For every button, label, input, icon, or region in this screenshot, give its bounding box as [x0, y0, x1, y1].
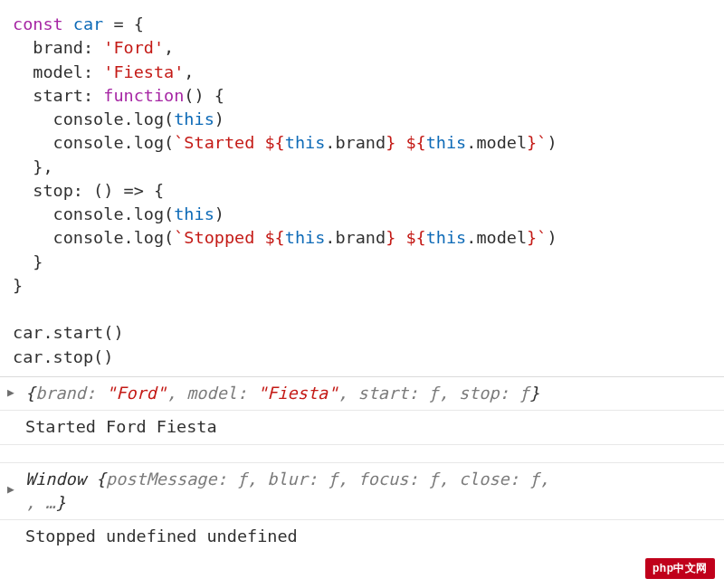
keyword-this: this — [174, 109, 214, 128]
template-text: Stopped — [184, 228, 264, 247]
colon: : — [83, 38, 103, 57]
close-paren: ) — [547, 133, 557, 152]
arrow-fn: () => { — [93, 181, 164, 200]
console-log: console.log( — [13, 204, 174, 223]
keyword-this: this — [285, 228, 326, 247]
backtick: ` — [537, 228, 547, 247]
expand-triangle-icon[interactable]: ▶ — [7, 481, 14, 498]
colon: : — [83, 86, 103, 105]
brace-close: } — [13, 157, 43, 176]
interp-open: ${ — [264, 133, 284, 152]
interp-open: ${ — [264, 228, 284, 247]
colon: : — [83, 62, 103, 81]
interp-close: } — [386, 228, 395, 247]
console-log: console.log( — [13, 133, 174, 152]
template-text: Started — [184, 133, 264, 152]
keyword-this: this — [426, 228, 467, 247]
console-row-blank — [0, 445, 724, 463]
prop-brand: brand — [13, 38, 83, 57]
interp-close: } — [527, 133, 537, 152]
brace-close: } — [13, 252, 43, 271]
string-fiesta: 'Fiesta' — [103, 62, 184, 81]
console-log: console.log( — [13, 109, 174, 128]
keyword-function: function — [103, 86, 184, 105]
console-output: ▶ {brand: "Ford", model: "Fiesta", start… — [0, 376, 724, 553]
close-paren: ) — [547, 228, 557, 247]
close-paren: ) — [214, 204, 224, 223]
console-row-log: Stopped undefined undefined — [0, 520, 724, 553]
comma: , — [184, 62, 194, 81]
console-row-window[interactable]: ▶ Window {postMessage: ƒ, blur: ƒ, focus… — [0, 463, 724, 521]
keyword-const: const — [13, 14, 63, 33]
comma: , — [164, 38, 174, 57]
expand-triangle-icon[interactable]: ▶ — [7, 384, 14, 401]
prop-start: start — [13, 86, 83, 105]
console-row-object[interactable]: ▶ {brand: "Ford", model: "Fiesta", start… — [0, 377, 724, 411]
prop-model: model — [13, 62, 83, 81]
console-row-log: Started Ford Fiesta — [0, 411, 724, 444]
prop-access: .brand — [325, 133, 386, 152]
prop-access: .model — [466, 133, 527, 152]
interp-close: } — [527, 228, 537, 247]
interp-open: ${ — [405, 228, 425, 247]
template-space — [395, 228, 405, 247]
keyword-this: this — [426, 133, 467, 152]
comma: , — [43, 157, 52, 176]
call-stop: car.stop() — [13, 347, 113, 366]
console-log: console.log( — [13, 228, 174, 247]
interp-open: ${ — [405, 133, 425, 152]
call-start: car.start() — [13, 323, 124, 342]
brace-open: { — [134, 14, 144, 33]
prop-access: .model — [466, 228, 527, 247]
equals: = — [103, 14, 133, 33]
backtick: ` — [537, 133, 547, 152]
log-text: Started Ford Fiesta — [25, 417, 217, 436]
string-ford: 'Ford' — [103, 38, 164, 57]
prop-stop: stop — [13, 181, 73, 200]
keyword-this: this — [174, 204, 214, 223]
parens: () { — [184, 86, 224, 105]
backtick: ` — [174, 133, 184, 152]
close-paren: ) — [214, 109, 224, 128]
backtick: ` — [174, 228, 184, 247]
brace-close: } — [13, 276, 23, 295]
identifier-car: car — [73, 14, 103, 33]
keyword-this: this — [285, 133, 326, 152]
code-snippet: const car = { brand: 'Ford', model: 'Fie… — [0, 0, 724, 376]
interp-close: } — [386, 133, 395, 152]
object-preview: {brand: "Ford", model: "Fiesta", start: … — [25, 384, 539, 403]
template-space — [395, 133, 405, 152]
colon: : — [73, 181, 93, 200]
log-text: Stopped undefined undefined — [25, 526, 298, 545]
watermark-logo: php中文网 — [645, 558, 715, 579]
prop-access: .brand — [325, 228, 386, 247]
object-preview: Window {postMessage: ƒ, blur: ƒ, focus: … — [25, 469, 549, 512]
